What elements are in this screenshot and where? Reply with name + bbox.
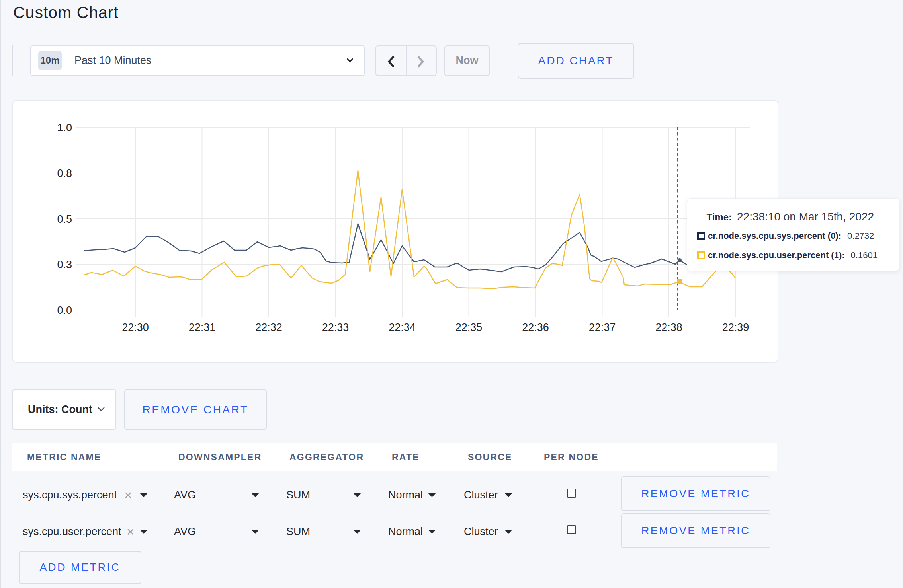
- svg-text:0.3: 0.3: [57, 259, 72, 271]
- svg-text:0.8: 0.8: [57, 167, 72, 179]
- svg-text:1.0: 1.0: [57, 122, 72, 134]
- svg-text:22:34: 22:34: [389, 321, 416, 333]
- svg-text:22:30: 22:30: [122, 321, 149, 333]
- svg-text:22:31: 22:31: [189, 321, 216, 333]
- svg-text:22:38: 22:38: [655, 321, 682, 333]
- svg-text:0.0: 0.0: [57, 304, 72, 316]
- svg-text:22:37: 22:37: [589, 321, 616, 333]
- svg-text:22:36: 22:36: [522, 321, 549, 333]
- svg-text:0.5: 0.5: [57, 213, 72, 225]
- svg-text:22:39: 22:39: [722, 321, 749, 333]
- svg-text:22:35: 22:35: [455, 321, 483, 333]
- svg-text:22:32: 22:32: [255, 321, 282, 333]
- svg-text:22:33: 22:33: [322, 321, 349, 333]
